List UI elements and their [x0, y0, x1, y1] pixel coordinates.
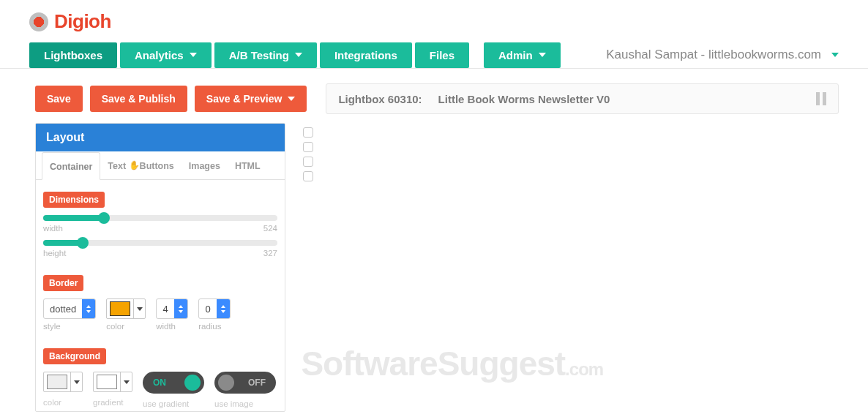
preview-checkboxes: [303, 123, 313, 181]
nav-abtesting[interactable]: A/B Testing: [214, 42, 317, 68]
chevron-down-icon: [190, 53, 197, 57]
toggle-knob: [218, 375, 234, 391]
border-width-value: 4: [157, 304, 174, 315]
checkbox[interactable]: [303, 157, 313, 167]
action-row: Save Save & Publish Save & Preview Light…: [0, 69, 868, 114]
chevron-down-icon: [133, 299, 145, 318]
dimensions-badge: Dimensions: [43, 192, 105, 208]
nav-lightboxes[interactable]: Lightboxes: [29, 42, 117, 68]
border-radius-value: 0: [199, 304, 217, 315]
tab-text-label: Text: [108, 161, 126, 171]
checkbox[interactable]: [303, 127, 313, 138]
border-color-picker[interactable]: [106, 298, 146, 319]
bg-gradient-picker[interactable]: [93, 372, 132, 392]
lightbox-title-bar: Lightbox 60310: Little Book Worms Newsle…: [326, 83, 839, 114]
nav-files[interactable]: Files: [415, 42, 469, 68]
toggle-off-text: OFF: [248, 377, 266, 388]
use-image-toggle[interactable]: OFF: [214, 372, 276, 394]
chevron-down-icon: [288, 97, 295, 101]
stepper-icon[interactable]: [82, 298, 95, 319]
bg-color-label: color: [43, 398, 83, 407]
width-label: width: [43, 224, 63, 233]
nav-integrations-label: Integrations: [334, 49, 397, 61]
background-badge: Background: [43, 348, 106, 364]
nav-files-label: Files: [430, 49, 454, 61]
lightbox-name: Little Book Worms Newsletter V0: [438, 93, 610, 105]
layout-tabs: Container Text ✋Buttons Images HTML: [36, 151, 285, 180]
nav-integrations[interactable]: Integrations: [320, 42, 412, 68]
color-chip: [47, 375, 67, 389]
border-style-select[interactable]: dotted: [43, 298, 96, 319]
border-style-value: dotted: [44, 304, 82, 315]
checkbox[interactable]: [303, 171, 313, 181]
bg-color-picker[interactable]: [43, 372, 83, 392]
stepper-icon[interactable]: [174, 298, 187, 319]
nav-analytics-label: Analytics: [135, 49, 184, 61]
chevron-down-icon: [120, 372, 132, 391]
tab-html[interactable]: HTML: [228, 152, 268, 180]
logo-icon: [29, 12, 48, 31]
color-chip: [110, 301, 130, 316]
checkbox[interactable]: [303, 142, 313, 152]
nav-analytics[interactable]: Analytics: [120, 42, 212, 68]
top-nav: Lightboxes Analytics A/B Testing Integra…: [0, 42, 868, 69]
toggle-knob: [184, 375, 201, 391]
save-publish-label: Save & Publish: [102, 93, 176, 105]
logo-area: Digioh: [0, 0, 868, 42]
tab-images[interactable]: Images: [182, 152, 228, 180]
pause-icon[interactable]: [816, 92, 826, 105]
border-style-label: style: [43, 322, 96, 331]
height-value: 327: [263, 249, 277, 258]
use-gradient-label: use gradient: [143, 399, 204, 408]
lightbox-id: Lightbox 60310:: [338, 93, 422, 105]
tab-buttons-label: Buttons: [140, 161, 174, 171]
cursor-icon: ✋: [129, 160, 140, 170]
width-slider[interactable]: width 524: [43, 215, 277, 233]
color-chip: [97, 375, 117, 389]
tab-text[interactable]: Text ✋Buttons: [100, 152, 181, 180]
save-button-label: Save: [47, 93, 71, 105]
chevron-down-icon: [70, 372, 82, 391]
chevron-down-icon: [539, 53, 546, 57]
use-image-label: use image: [214, 399, 276, 408]
save-button[interactable]: Save: [35, 86, 83, 112]
border-badge: Border: [43, 275, 83, 291]
nav-abtesting-label: A/B Testing: [229, 49, 289, 61]
save-publish-button[interactable]: Save & Publish: [90, 86, 187, 112]
height-label: height: [43, 249, 66, 258]
nav-admin-label: Admin: [498, 49, 533, 61]
height-slider[interactable]: height 327: [43, 240, 277, 258]
logo-text: Digioh: [54, 10, 111, 33]
tab-container[interactable]: Container: [42, 152, 100, 180]
save-preview-label: Save & Preview: [206, 93, 283, 105]
user-menu[interactable]: Kaushal Sampat - littlebookworms.com: [606, 42, 839, 68]
nav-admin[interactable]: Admin: [484, 42, 561, 68]
use-gradient-toggle[interactable]: ON: [143, 372, 204, 394]
border-radius-label: radius: [198, 322, 231, 331]
chevron-down-icon: [831, 53, 839, 57]
bg-gradient-label: gradient: [93, 398, 132, 407]
border-width-label: width: [156, 322, 188, 331]
chevron-down-icon: [295, 53, 302, 57]
border-radius-input[interactable]: 0: [198, 298, 231, 319]
toggle-on-text: ON: [153, 377, 166, 388]
nav-lightboxes-label: Lightboxes: [44, 49, 102, 61]
width-value: 524: [263, 224, 277, 233]
layout-panel: Layout Container Text ✋Buttons Images HT…: [35, 123, 285, 412]
border-color-label: color: [106, 322, 146, 331]
user-menu-label: Kaushal Sampat - littlebookworms.com: [606, 48, 821, 62]
stepper-icon[interactable]: [217, 298, 230, 319]
save-preview-button[interactable]: Save & Preview: [195, 86, 307, 112]
panel-header: Layout: [36, 124, 285, 151]
border-width-input[interactable]: 4: [156, 298, 188, 319]
